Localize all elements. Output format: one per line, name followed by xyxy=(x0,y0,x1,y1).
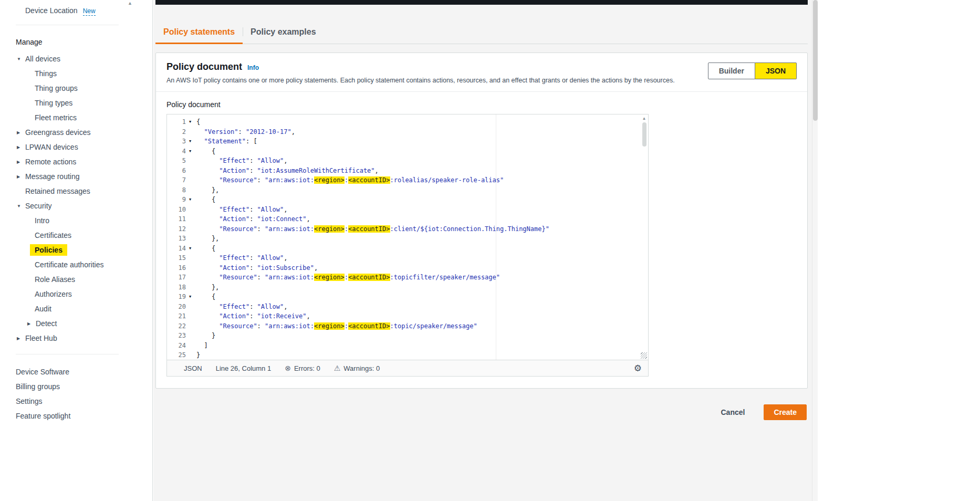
code-token xyxy=(196,225,219,233)
fold-chevron-icon[interactable]: ▼ xyxy=(186,195,194,205)
sidebar-item-certificates[interactable]: Certificates xyxy=(0,228,152,243)
fold-spacer xyxy=(186,175,194,185)
page-scrollbar[interactable] xyxy=(812,0,818,501)
info-link[interactable]: Info xyxy=(247,64,259,71)
code-text[interactable]: { xyxy=(196,147,215,156)
code-text[interactable]: }, xyxy=(196,234,219,244)
code-token: } xyxy=(196,332,215,339)
settings-gear-icon[interactable]: ⚙ xyxy=(634,363,642,374)
line-number: 17 xyxy=(167,273,186,283)
chevron-right-icon[interactable]: ▶ xyxy=(27,321,30,326)
sidebar-item-lpwan-devices[interactable]: ▶LPWAN devices xyxy=(0,140,152,154)
code-text[interactable]: "Resource": "arn:aws:iot:<region>:<accou… xyxy=(196,175,504,185)
chevron-down-icon[interactable]: ▼ xyxy=(17,57,21,61)
code-text[interactable]: "Effect": "Allow", xyxy=(196,302,287,312)
sidebar-item-billing-groups[interactable]: Billing groups xyxy=(0,379,152,394)
chevron-right-icon[interactable]: ▶ xyxy=(17,336,20,341)
sidebar-scroll-up-icon[interactable]: ▲ xyxy=(128,1,132,6)
code-text[interactable]: "Effect": "Allow", xyxy=(196,156,287,166)
sidebar-item-device-software[interactable]: Device Software xyxy=(0,364,152,379)
code-text[interactable]: "Resource": "arn:aws:iot:<region>:<accou… xyxy=(196,321,477,331)
code-text[interactable]: "Version": "2012-10-17", xyxy=(196,127,295,137)
sidebar-item-all-devices[interactable]: ▼All devices xyxy=(0,51,152,66)
sidebar-item-message-routing[interactable]: ▶Message routing xyxy=(0,169,152,184)
sidebar-item-detect[interactable]: ▶Detect xyxy=(0,316,152,331)
chevron-down-icon[interactable]: ▼ xyxy=(17,204,21,208)
code-text[interactable]: "Resource": "arn:aws:iot:<region>:<accou… xyxy=(196,273,500,283)
editor-resize-handle[interactable] xyxy=(641,352,647,359)
code-text[interactable]: "Action": "iot:Receive", xyxy=(196,311,310,321)
code-text[interactable]: { xyxy=(196,117,200,127)
policy-document-panel: Policy document Info An AWS IoT policy c… xyxy=(155,53,808,389)
create-button[interactable]: Create xyxy=(764,404,807,420)
cancel-button[interactable]: Cancel xyxy=(717,408,748,417)
tab-policy-examples[interactable]: Policy examples xyxy=(243,20,324,44)
json-button[interactable]: JSON xyxy=(755,62,797,79)
code-text[interactable]: } xyxy=(196,350,200,360)
code-text[interactable]: ] xyxy=(196,341,208,351)
sidebar-item-authorizers[interactable]: Authorizers xyxy=(0,287,152,301)
sidebar-item-security[interactable]: ▼Security xyxy=(0,199,152,213)
code-line: 8 }, xyxy=(167,185,648,195)
top-dark-bar xyxy=(155,0,808,5)
line-number: 11 xyxy=(167,214,186,224)
fold-spacer xyxy=(186,214,194,224)
chevron-right-icon[interactable]: ▶ xyxy=(17,160,20,164)
sidebar-item-things[interactable]: Things xyxy=(0,66,152,81)
chevron-right-icon[interactable]: ▶ xyxy=(17,174,20,179)
fold-chevron-icon[interactable]: ▼ xyxy=(186,292,194,302)
code-text[interactable]: "Statement": [ xyxy=(196,137,257,147)
code-text[interactable]: }, xyxy=(196,185,219,195)
code-text[interactable]: { xyxy=(196,292,215,302)
sidebar-item-intro[interactable]: Intro xyxy=(0,213,152,228)
editor-scrollbar[interactable]: ▲ xyxy=(641,116,647,351)
fold-chevron-icon[interactable]: ▼ xyxy=(186,117,194,127)
sidebar-item-audit[interactable]: Audit xyxy=(0,301,152,316)
fold-chevron-icon[interactable]: ▼ xyxy=(186,137,194,147)
placeholder-token: <region> xyxy=(314,274,345,281)
sidebar-item-feature-spotlight[interactable]: Feature spotlight xyxy=(0,409,152,423)
scrollbar-thumb[interactable] xyxy=(642,122,647,147)
code-token: : xyxy=(249,206,257,213)
scrollbar-up-icon[interactable]: ▲ xyxy=(641,116,647,121)
code-text[interactable]: "Action": "iot:AssumeRoleWithCertificate… xyxy=(196,166,379,176)
sidebar-item-certificate-authorities[interactable]: Certificate authorities xyxy=(0,257,152,272)
sidebar-item-fleet-metrics[interactable]: Fleet metrics xyxy=(0,110,152,125)
fold-chevron-icon[interactable]: ▼ xyxy=(186,147,194,156)
code-token: : xyxy=(249,215,257,223)
code-text[interactable]: "Action": "iot:Connect", xyxy=(196,214,310,224)
code-text[interactable]: "Action": "iot:Subscribe", xyxy=(196,263,318,273)
code-text[interactable]: "Effect": "Allow", xyxy=(196,253,287,263)
chevron-right-icon[interactable]: ▶ xyxy=(17,130,20,135)
builder-button[interactable]: Builder xyxy=(708,62,755,79)
code-text[interactable]: "Resource": "arn:aws:iot:<region>:<accou… xyxy=(196,224,549,234)
sidebar-item-thing-types[interactable]: Thing types xyxy=(0,96,152,110)
sidebar-item-label: Thing groups xyxy=(35,84,78,92)
sidebar-item-fleet-hub[interactable]: ▶Fleet Hub xyxy=(0,331,152,346)
code-editor[interactable]: 1▼{2 "Version": "2012-10-17",3▼ "Stateme… xyxy=(166,114,649,377)
line-gutter: 21 xyxy=(167,311,194,321)
editor-area[interactable]: 1▼{2 "Version": "2012-10-17",3▼ "Stateme… xyxy=(167,114,648,360)
code-text[interactable]: "Effect": "Allow", xyxy=(196,205,287,215)
code-text[interactable]: } xyxy=(196,331,215,341)
chevron-right-icon[interactable]: ▶ xyxy=(17,145,20,150)
code-token: : [ xyxy=(246,138,257,145)
sidebar-item-thing-groups[interactable]: Thing groups xyxy=(0,81,152,96)
code-text[interactable]: }, xyxy=(196,283,219,293)
sidebar-item-settings[interactable]: Settings xyxy=(0,394,152,409)
page-scrollbar-thumb[interactable] xyxy=(813,0,818,121)
code-text[interactable]: { xyxy=(196,195,215,205)
sidebar-item-remote-actions[interactable]: ▶Remote actions xyxy=(0,154,152,169)
editor-status-bar: JSON Line 26, Column 1 ⊗ Errors: 0 ⚠ War… xyxy=(167,360,648,376)
sidebar-item-policies[interactable]: Policies xyxy=(0,243,152,257)
sidebar-item-role-aliases[interactable]: Role Aliases xyxy=(0,272,152,287)
sidebar-item-retained-messages[interactable]: Retained messages xyxy=(0,184,152,199)
line-gutter: 9▼ xyxy=(167,195,194,205)
code-line: 13 }, xyxy=(167,234,648,244)
code-token: "arn:aws:iot: xyxy=(265,322,314,330)
tab-policy-statements[interactable]: Policy statements xyxy=(155,20,243,44)
fold-chevron-icon[interactable]: ▼ xyxy=(186,244,194,254)
code-token: "Effect" xyxy=(219,157,249,164)
sidebar-item-greengrass-devices[interactable]: ▶Greengrass devices xyxy=(0,125,152,140)
code-text[interactable]: { xyxy=(196,244,215,254)
